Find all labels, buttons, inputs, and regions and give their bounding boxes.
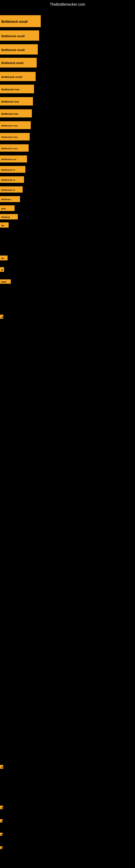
bottleneck-badge: Bottlenec xyxy=(0,196,20,202)
bottleneck-badge: B xyxy=(0,806,3,809)
bottleneck-badge: Bottleneck resu xyxy=(0,144,29,152)
bottleneck-badge: Bottleneck resu xyxy=(0,109,32,118)
bottleneck-badge: Bottleneck resu xyxy=(0,133,30,141)
bottleneck-badge: Bottleneck re xyxy=(0,176,24,183)
bottleneck-badge: B xyxy=(0,833,3,836)
bottleneck-badge: Bottleneck res xyxy=(0,155,27,162)
bottleneck-badge: Bo xyxy=(0,255,8,260)
bottleneck-badge: Bottleneck result xyxy=(0,15,41,27)
bottleneck-badge: Bottleneck result xyxy=(0,30,39,41)
bottleneck-badge: Bottlene xyxy=(0,214,18,219)
bottleneck-badge: B xyxy=(0,819,3,823)
bottleneck-badge: Bo xyxy=(0,222,9,227)
bottleneck-badge: B xyxy=(0,765,3,769)
bottleneck-badge: Bottleneck re xyxy=(0,186,23,193)
bottleneck-badge: Bottleneck result xyxy=(0,72,36,81)
bottleneck-badge: Bottleneck resu xyxy=(0,85,34,93)
bottleneck-badge: B xyxy=(0,846,3,849)
bottleneck-badge: Bottl xyxy=(0,279,11,284)
bottleneck-badge: B xyxy=(0,267,4,272)
bottleneck-badge: Bott xyxy=(0,205,14,211)
bottleneck-badge: Bottleneck resu xyxy=(0,121,31,129)
bottleneck-badge: Bottleneck result xyxy=(0,44,38,55)
bottleneck-badge: Bottleneck result xyxy=(0,58,37,67)
bottleneck-badge: Bottleneck resu xyxy=(0,97,33,105)
bottleneck-badge: B xyxy=(0,315,3,319)
bottleneck-badge: Bottleneck re xyxy=(0,166,26,173)
